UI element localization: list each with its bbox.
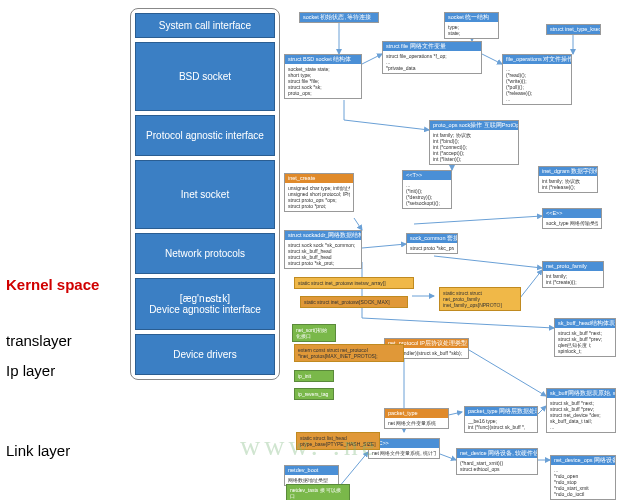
- stack-box-5: [æg'nɒstɪk] Device agnostic interface: [135, 278, 275, 330]
- node-n5: struct file 网络文件变量struct file_operations…: [382, 41, 482, 74]
- orange-block-ob4: extern const struct net_protocol *inet_p…: [294, 344, 404, 362]
- node-n1: socket 初始状态, 等待连接: [299, 12, 379, 23]
- node-header: net_device 网络设备, 软硬件信息维护: [457, 449, 537, 458]
- node-header: socket 初始状态, 等待连接: [300, 13, 378, 22]
- node-body: unsigned char type; int地址类型unsigned shor…: [285, 183, 353, 211]
- stack-box-2: Protocol agnostic interface: [135, 115, 275, 156]
- node-header: inet_dgram 数据字段约定: [539, 167, 597, 176]
- arrow-3: [482, 54, 502, 64]
- kernel-stack: System call interfaceBSD socketProtocol …: [130, 8, 280, 380]
- node-n4: struct BSD socket 结构体socket_state state;…: [284, 54, 362, 99]
- node-body: net 网络文件变量系统: [385, 418, 448, 428]
- node-header: struct sockaddr_网络数据结构: [285, 231, 361, 240]
- diagram-canvas: socket 初始状态, 等待连接socket 统一结构type;state;s…: [284, 8, 620, 498]
- green-block-gb3: ip_revers_tag: [294, 388, 334, 400]
- node-header: <<T>>: [403, 171, 451, 180]
- node-header: sock_common 套接字通用: [407, 234, 457, 243]
- side-label-0: Kernel space: [6, 276, 99, 293]
- node-n18: packet_typenet 网络文件变量系统: [384, 408, 449, 429]
- arrow-8: [414, 216, 542, 224]
- node-header: sk_buff_head结构体表头, sk_buff链表: [555, 319, 615, 328]
- stack-box-1: BSD socket: [135, 42, 275, 111]
- arrow-5: [344, 100, 429, 130]
- side-label-2: Ip layer: [6, 362, 55, 379]
- node-header: socket 统一结构: [445, 13, 498, 22]
- node-header: inet_create: [285, 174, 353, 183]
- node-n23: netdev_boot网络数据地址类型: [284, 465, 339, 486]
- green-block-gb1: net_sort()初始化接口: [292, 324, 336, 342]
- node-n7: proto_ops sock操作 互联网ProtOpsint family; 协…: [429, 120, 519, 165]
- node-body: ...(*read)();(*write)();(*poll)();(*rele…: [503, 64, 571, 104]
- node-n19: packet_type 网络层数据处理__be16 type;int (*fun…: [464, 406, 538, 433]
- node-n14: net_proto_familyint family;int (*create)…: [542, 261, 604, 288]
- node-body: struct sk_buff *next;struct sk_buff *pre…: [547, 398, 615, 432]
- node-n9: <<T>>...(*init)();(*destroy)();(*setsock…: [402, 170, 452, 209]
- node-body: int family; 协议族int (*release)();: [539, 176, 597, 192]
- side-label-3: Link layer: [6, 442, 70, 459]
- node-n20: net_device 网络设备, 软硬件信息维护(*hard_start_xmi…: [456, 448, 538, 475]
- node-n15: sk_buff_head结构体表头, sk_buff链表struct sk_bu…: [554, 318, 616, 357]
- node-n12: struct sockaddr_网络数据结构struct sock sock *…: [284, 230, 362, 269]
- node-body: struct sock sock *sk_common;struct sk_bu…: [285, 240, 361, 268]
- orange-block-ob1: static struct inet_protosw inetsw_array[…: [294, 277, 414, 289]
- green-block-gb4: netdev_tasts 接 可以接口: [286, 484, 350, 500]
- node-n17: sk_buff网络数据表原始, sk_buff报struct sk_buff *…: [546, 388, 616, 433]
- arrow-1: [362, 54, 382, 64]
- arrow-10: [434, 256, 542, 268]
- arrow-7: [354, 218, 362, 230]
- node-header: struct file 网络文件变量: [383, 42, 481, 51]
- node-header: sk_buff网络数据表原始, sk_buff报: [547, 389, 615, 398]
- green-block-gb2: ip_init: [294, 370, 334, 382]
- node-n8: inet_createunsigned char type; int地址类型un…: [284, 173, 354, 212]
- stack-box-4: Network protocols: [135, 233, 275, 274]
- node-header: packet_type 网络层数据处理: [465, 407, 537, 416]
- stack-box-3: Inet socket: [135, 160, 275, 229]
- stack-box-6: Device drivers: [135, 334, 275, 375]
- node-body: socket_state state;short type;struct fil…: [285, 64, 361, 98]
- node-n2: socket 统一结构type;state;: [444, 12, 499, 39]
- node-header: netdev_boot: [285, 466, 338, 475]
- node-body: struct sk_buff *next;struct sk_buff *pre…: [555, 328, 615, 356]
- node-header: packet_type: [385, 409, 448, 418]
- orange-block-ob2: static struct inet_protosw[SOCK_MAX]: [300, 296, 408, 308]
- node-n3: struct inet_type_ksex: [546, 24, 601, 35]
- node-body: sock_type 网络传输类型: [543, 218, 601, 228]
- node-body: type;state;: [445, 22, 498, 38]
- arrow-13: [520, 270, 542, 298]
- node-n11: <<E>>sock_type 网络传输类型: [542, 208, 602, 229]
- node-body: struct file_operations *f_op;...*private…: [383, 51, 481, 73]
- stack-box-0: System call interface: [135, 13, 275, 38]
- node-body: int family;int (*create)();: [543, 271, 603, 287]
- node-header: file_operations 对文件操作集: [503, 55, 571, 64]
- side-label-1: translayer: [6, 332, 72, 349]
- node-header: proto_ops sock操作 互联网ProtOps: [430, 121, 518, 130]
- arrow-15: [464, 347, 546, 396]
- node-n13: sock_common 套接字通用struct proto *skc_prot;: [406, 233, 458, 254]
- node-header: <<E>>: [543, 209, 601, 218]
- watermark: www. .ne: [240, 430, 378, 462]
- node-body: __be16 type;int (*func)(struct sk_buff *…: [465, 416, 537, 432]
- node-n6: file_operations 对文件操作集...(*read)();(*wri…: [502, 54, 572, 105]
- node-body: ...(*init)();(*destroy)();(*setsockopt)(…: [403, 180, 451, 208]
- node-header: struct BSD socket 结构体: [285, 55, 361, 64]
- node-header: struct inet_type_ksex: [547, 25, 600, 34]
- node-n22: net_device_ops 网络设备...*ndo_open*ndo_stop…: [550, 455, 616, 500]
- node-header: net_device_ops 网络设备: [551, 456, 615, 465]
- node-n10: inet_dgram 数据字段约定int family; 协议族int (*re…: [538, 166, 598, 193]
- arrow-9: [362, 244, 406, 248]
- node-header: net_proto_family: [543, 262, 603, 271]
- node-body: ...*ndo_open*ndo_stop*ndo_start_xmit*ndo…: [551, 465, 615, 499]
- node-body: int family; 协议族int (*bind)();int (*conne…: [430, 130, 518, 164]
- node-body: struct proto *skc_prot;: [407, 243, 457, 253]
- node-body: (*hard_start_xmit)()struct ethtool_ops: [457, 458, 537, 474]
- orange-block-ob3: static struct struct net_proto_family in…: [439, 287, 521, 311]
